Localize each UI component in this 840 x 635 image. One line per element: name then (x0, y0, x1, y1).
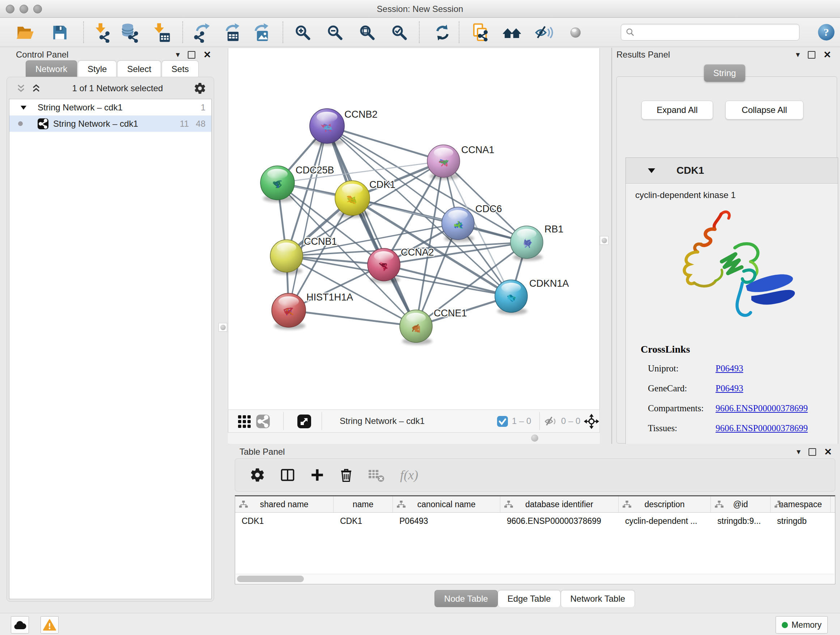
crosslink-link[interactable]: 9606.ENSP00000378699 (715, 403, 808, 413)
edge-CCNE1-HIST1H1A[interactable] (289, 310, 416, 326)
node-CCNB2[interactable]: CCNB2 (309, 109, 378, 146)
tab-string[interactable]: String (704, 65, 745, 82)
network-canvas[interactable]: CCNB2CCNA1CDC25BCDK1CDC6RB1CCNB1CCNA2CDK… (228, 48, 600, 409)
export-network-icon[interactable] (191, 22, 215, 43)
add-column-icon[interactable] (309, 467, 325, 483)
node-CDKN1A[interactable]: CDKN1A (495, 278, 569, 315)
import-table-file-icon[interactable] (149, 22, 173, 43)
collapse-all-button[interactable]: Collapse All (725, 101, 804, 119)
crosslink-label: Tissues: (648, 423, 677, 433)
fit-selection-crosshair-icon[interactable] (584, 413, 600, 429)
crosslink-row: Uniprot:P06493 (648, 363, 829, 376)
search-icon (625, 27, 635, 37)
right-splitter-handle[interactable] (600, 236, 608, 245)
expand-all-networks-icon[interactable] (31, 82, 42, 94)
left-splitter-handle[interactable] (218, 323, 227, 332)
tab-sets[interactable]: Sets (162, 60, 199, 78)
export-view-icon[interactable] (297, 414, 311, 429)
column-header-canonical-name[interactable]: canonical name (393, 496, 500, 512)
network-from-selection-icon[interactable] (469, 22, 493, 43)
column-header-database-identifier[interactable]: database identifier (500, 496, 619, 512)
network-row[interactable]: String Network – cdk11148 (9, 116, 211, 132)
hidden-eye-slash-icon[interactable] (544, 415, 558, 428)
splitter-handle[interactable] (531, 434, 538, 442)
zoom-selected-icon[interactable] (387, 22, 411, 43)
column-label: description (644, 500, 684, 509)
collapse-all-networks-icon[interactable] (16, 82, 27, 94)
zoom-in-icon[interactable] (291, 22, 315, 43)
panel-float-icon[interactable] (808, 448, 816, 456)
selected-checkbox-icon[interactable] (497, 416, 508, 427)
memory-button[interactable]: Memory (775, 616, 828, 633)
search-input[interactable] (638, 27, 795, 37)
tab-node-table[interactable]: Node Table (434, 590, 498, 607)
column-header-name[interactable]: name (333, 496, 393, 512)
delete-column-icon[interactable] (339, 467, 354, 483)
network-collection-row[interactable]: String Network – cdk11 (9, 99, 211, 116)
delete-table-icon[interactable] (368, 467, 385, 483)
panel-close-icon[interactable]: ✕ (203, 50, 211, 59)
column-header-namespace[interactable]: namespace (771, 496, 831, 512)
network-graph[interactable]: CCNB2CCNA1CDC25BCDK1CDC6RB1CCNB1CCNA2CDK… (228, 48, 600, 409)
zoom-fit-icon[interactable] (355, 22, 379, 43)
panel-collapse-icon[interactable]: ▾ (176, 51, 180, 59)
home-view-icon[interactable] (500, 22, 524, 43)
section-expander-icon[interactable] (647, 168, 655, 173)
crosslink-link[interactable]: 9606.ENSP00000378699 (715, 423, 808, 433)
horizontal-splitter[interactable] (228, 432, 600, 444)
crosslink-link[interactable]: P06493 (715, 363, 743, 374)
panel-close-icon[interactable]: ✕ (823, 50, 831, 59)
table-settings-icon[interactable] (249, 467, 265, 483)
tab-select[interactable]: Select (117, 60, 161, 78)
panel-collapse-icon[interactable]: ▾ (796, 51, 800, 59)
cloud-button[interactable] (11, 616, 29, 633)
warnings-button[interactable] (41, 616, 58, 633)
status-bar: Memory (0, 613, 840, 635)
import-network-file-icon[interactable] (90, 22, 114, 43)
zoom-out-icon[interactable] (323, 22, 347, 43)
function-builder-icon[interactable]: f(x) (399, 466, 423, 484)
hide-selected-icon[interactable] (532, 22, 556, 43)
search-field[interactable] (621, 24, 799, 41)
column-header-description[interactable]: description (619, 496, 711, 512)
node-CDC25B[interactable]: CDC25B (261, 165, 334, 203)
export-image-icon[interactable] (249, 22, 273, 43)
panel-float-icon[interactable] (808, 51, 815, 59)
open-file-icon[interactable] (13, 22, 37, 43)
panel-float-icon[interactable] (188, 51, 195, 59)
tab-network-table[interactable]: Network Table (561, 590, 635, 607)
apply-layout-icon[interactable] (431, 22, 454, 43)
table-cell: stringdb (771, 513, 831, 529)
panel-collapse-icon[interactable]: ▾ (797, 448, 801, 456)
crosslink-row: GeneCard:P06493 (648, 383, 829, 396)
network-options-gear-icon[interactable] (194, 82, 207, 95)
panel-close-icon[interactable]: ✕ (824, 447, 832, 456)
tab-network[interactable]: Network (26, 60, 77, 78)
import-network-database-icon[interactable] (118, 22, 142, 43)
table-horizontal-scrollbar[interactable] (235, 574, 834, 584)
help-button[interactable]: ? (817, 23, 836, 42)
edge-CCNB2-HIST1H1A[interactable] (289, 126, 327, 310)
node-section-header[interactable]: CDK1 (626, 158, 838, 184)
tab-edge-table[interactable]: Edge Table (498, 590, 561, 607)
node-CDK1[interactable]: CDK1 (335, 179, 395, 218)
split-columns-icon[interactable] (279, 467, 296, 483)
node-CCNA1[interactable]: CCNA1 (427, 144, 494, 180)
column-header--id[interactable]: @id (711, 496, 771, 512)
column-header-shared-name[interactable]: shared name (235, 496, 333, 512)
tab-style[interactable]: Style (78, 60, 117, 78)
show-all-icon[interactable] (564, 22, 587, 43)
node-RB1[interactable]: RB1 (510, 224, 564, 261)
edge-CCNB2-CCNA1[interactable] (327, 126, 444, 161)
birdseye-grid-icon[interactable] (237, 414, 251, 429)
export-table-icon[interactable] (221, 22, 245, 43)
expander-triangle-icon[interactable] (20, 105, 27, 110)
table-cell: CDK1 (235, 513, 333, 529)
save-session-icon[interactable] (48, 22, 72, 43)
expand-all-button[interactable]: Expand All (641, 101, 713, 119)
network-badge-icon[interactable] (256, 414, 270, 429)
crosslink-link[interactable]: P06493 (715, 383, 743, 394)
scrollbar-thumb[interactable] (237, 576, 304, 582)
table-row[interactable]: CDK1CDK1P064939606.ENSP00000378699cyclin… (235, 513, 835, 529)
node-HIST1H1A[interactable]: HIST1H1A (272, 292, 353, 330)
